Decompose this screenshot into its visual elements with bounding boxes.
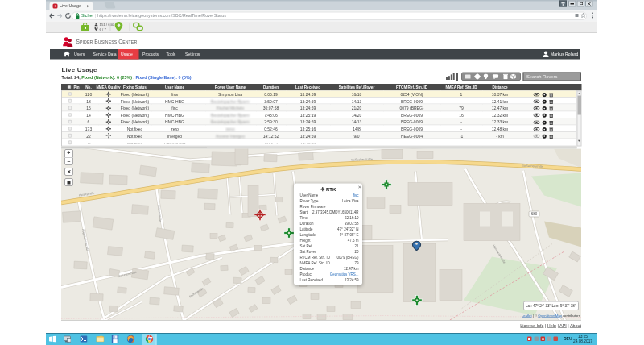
svg-text:680: 680 — [531, 212, 538, 216]
